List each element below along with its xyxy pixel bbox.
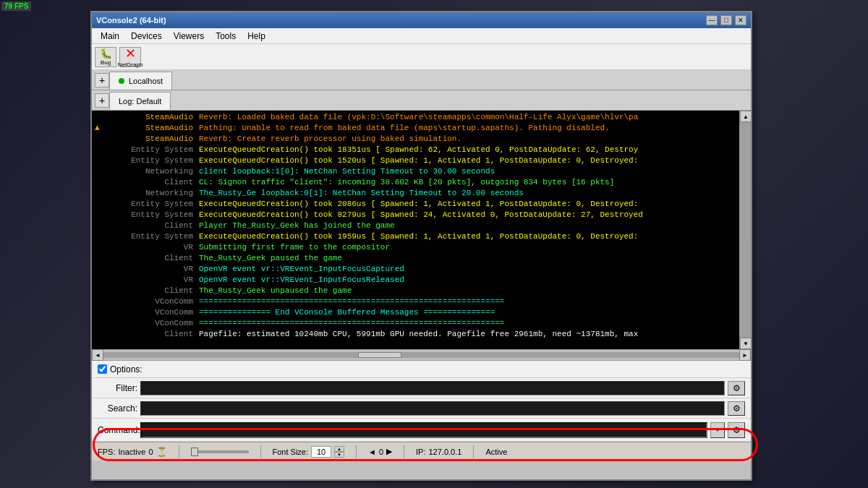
search-row: Search: ⚙ — [92, 398, 751, 419]
command-input[interactable] — [140, 422, 707, 438]
localhost-tab[interactable]: Localhost — [109, 72, 172, 90]
log-message: client loopback:1[0]: NetChan Setting Ti… — [199, 166, 748, 177]
command-settings-button[interactable]: ⚙ — [728, 422, 745, 438]
maximize-button[interactable]: □ — [720, 15, 732, 25]
active-status: Active — [485, 448, 507, 456]
command-dropdown-button[interactable]: ▼ — [710, 422, 725, 438]
log-message: OpenVR event vr::VREvent_InputFocusCaptu… — [199, 264, 748, 275]
scroll-up-button[interactable]: ▲ — [740, 111, 751, 122]
log-default-tab-label: Log: Default — [119, 97, 161, 106]
netgraph-button[interactable]: ✕ NetGraph — [119, 47, 141, 67]
scroll-track[interactable] — [740, 122, 751, 338]
horizontal-scrollbar[interactable]: ◄ ► — [92, 349, 751, 361]
hourglass-icon: ⏳ — [156, 447, 167, 457]
menu-main[interactable]: Main — [95, 30, 125, 43]
ip-value: 127.0.0.1 — [429, 448, 462, 456]
search-input[interactable] — [140, 401, 725, 416]
fps-label: FPS: — [98, 448, 115, 456]
h-scroll-thumb[interactable] — [358, 352, 401, 358]
log-message: Submitting first frame to the compositor — [199, 242, 748, 253]
fps-slider[interactable] — [191, 450, 249, 453]
warning-indicator — [95, 253, 105, 264]
font-size-input[interactable] — [311, 446, 331, 458]
warning-indicator — [95, 329, 105, 340]
warning-indicator — [95, 318, 105, 329]
zero-value: ◄ — [368, 448, 376, 456]
scroll-right-button[interactable]: ► — [739, 349, 751, 361]
table-row: Entity SystemExecuteQueuedCreation() too… — [95, 199, 748, 210]
divider-5 — [473, 445, 474, 458]
log-source: SteamAudio — [105, 123, 199, 134]
log-source: Entity System — [105, 199, 199, 210]
console-area: SteamAudioReverb: Loaded baked data file… — [92, 111, 751, 349]
log-message: =============== End VConsole Buffered Me… — [199, 307, 748, 318]
bug-icon: 🐛 — [100, 48, 112, 59]
bug-button[interactable]: 🐛 Bug — [95, 47, 116, 67]
log-message: ExecuteQueuedCreation() took 18351us [ S… — [199, 145, 748, 155]
scroll-left-button[interactable]: ◄ — [92, 349, 103, 361]
table-row: SteamAudioReverb: Loaded baked data file… — [95, 112, 748, 123]
log-source: Entity System — [105, 231, 199, 242]
log-message: Reverb: Loaded baked data file (vpk:D:\S… — [199, 112, 748, 123]
zero-arrow: ▶ — [386, 447, 392, 456]
menu-help[interactable]: Help — [242, 30, 271, 43]
font-size-down[interactable]: ▼ — [334, 452, 344, 458]
warning-indicator — [95, 166, 105, 177]
filter-input[interactable] — [140, 381, 725, 395]
log-message: Player The_Rusty_Geek has joined the gam… — [199, 221, 748, 231]
h-scroll-track[interactable] — [103, 352, 739, 358]
font-size-spinner[interactable]: ▲ ▼ — [334, 446, 344, 458]
warning-indicator — [95, 221, 105, 231]
fps-section: FPS: Inactive 0 ⏳ — [98, 447, 167, 457]
log-source: VR — [105, 264, 199, 275]
table-row: VRSubmitting first frame to the composit… — [95, 242, 748, 253]
netgraph-label: NetGraph — [118, 61, 143, 68]
log-default-tab[interactable]: Log: Default — [109, 92, 171, 110]
vertical-scrollbar[interactable]: ▲ ▼ — [739, 111, 751, 349]
menu-viewers[interactable]: Viewers — [168, 30, 210, 43]
table-row: ClientThe_Rusty_Geek unpaused the game — [95, 286, 748, 296]
log-message: Reverb: Create reverb processor using ba… — [199, 134, 748, 145]
title-bar-buttons: — □ ✕ — [706, 15, 746, 25]
scroll-down-button[interactable]: ▼ — [740, 338, 751, 349]
search-label: Search: — [98, 403, 137, 414]
add-log-button[interactable]: + — [95, 93, 109, 108]
table-row: ClientPagefile: estimated 10240mb CPU, 5… — [95, 329, 748, 340]
log-message: ExecuteQueuedCreation() took 2086us [ Sp… — [199, 199, 748, 210]
log-message: OpenVR event vr::VREvent_InputFocusRelea… — [199, 275, 748, 286]
log-message: ExecuteQueuedCreation() took 1959us [ Sp… — [199, 231, 748, 242]
warning-indicator — [95, 112, 105, 123]
netgraph-icon: ✕ — [125, 46, 136, 61]
warning-indicator — [95, 242, 105, 253]
menu-tools[interactable]: Tools — [210, 30, 242, 43]
main-window: VConsole2 (64-bit) — □ ✕ Main Devices Vi… — [90, 11, 752, 481]
log-source: Client — [105, 177, 199, 188]
zero-section: ◄ 0 ▶ — [368, 447, 392, 456]
close-button[interactable]: ✕ — [735, 15, 746, 25]
font-size-up[interactable]: ▲ — [334, 446, 344, 452]
menu-devices[interactable]: Devices — [125, 30, 168, 43]
minimize-button[interactable]: — — [706, 15, 718, 25]
warning-indicator: ▲ — [95, 123, 105, 134]
log-source: VR — [105, 242, 199, 253]
fps-num: 0 — [148, 448, 153, 456]
slider-section[interactable] — [191, 450, 249, 453]
table-row: Networking client loopback:1[0]: NetChan… — [95, 166, 748, 177]
log-message: The_Rusty_Geek paused the game — [199, 253, 748, 264]
search-settings-button[interactable]: ⚙ — [728, 401, 745, 416]
log-message: ========================================… — [199, 296, 748, 307]
filter-settings-button[interactable]: ⚙ — [728, 381, 745, 395]
log-source: Entity System — [105, 210, 199, 221]
table-row: Entity SystemExecuteQueuedCreation() too… — [95, 145, 748, 155]
add-connection-button[interactable]: + — [95, 73, 109, 87]
warning-indicator — [95, 296, 105, 307]
options-checkbox[interactable] — [98, 364, 107, 374]
options-checkbox-label[interactable]: Options: — [98, 364, 142, 374]
table-row: ClientCL: Signon traffic "client": incom… — [95, 177, 748, 188]
warning-indicator — [95, 199, 105, 210]
font-size-section: Font Size: ▲ ▼ — [273, 446, 345, 458]
log-tab-row: + Log: Default — [92, 90, 751, 111]
window-title: VConsole2 (64-bit) — [96, 16, 166, 25]
fps-slider-thumb[interactable] — [191, 448, 198, 456]
table-row: ClientThe_Rusty_Geek paused the game — [95, 253, 748, 264]
